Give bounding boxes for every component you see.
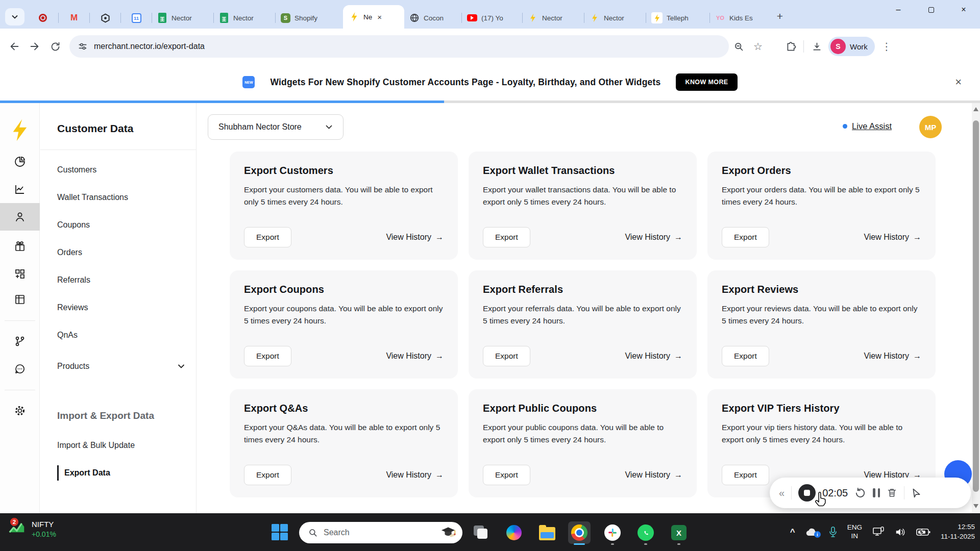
window-maximize-button[interactable] — [915, 0, 947, 19]
tab-tellephant[interactable]: Telleph — [646, 7, 709, 29]
chrome-button[interactable] — [568, 521, 591, 544]
rail-support-item[interactable] — [0, 357, 40, 381]
rail-rewards-item[interactable] — [0, 235, 40, 258]
export-button[interactable]: Export — [483, 346, 530, 366]
live-assist-link[interactable]: Live Assist — [843, 121, 892, 131]
tab-shopify[interactable]: S Shopify — [276, 7, 343, 29]
page-scrollbar[interactable] — [972, 103, 980, 513]
sidebar-item-referrals[interactable]: Referrals — [57, 276, 90, 285]
sidebar-item-coupons[interactable]: Coupons — [57, 220, 90, 230]
network-icon[interactable] — [872, 527, 885, 538]
sidebar-item-customers[interactable]: Customers — [57, 165, 96, 174]
tab-calendar[interactable]: 11 — [121, 7, 152, 29]
bookmark-button[interactable]: ☆ — [748, 37, 768, 56]
taskbar-widget-nifty[interactable]: 2 NIFTY +0.01% — [7, 519, 56, 539]
extensions-button[interactable] — [781, 37, 800, 56]
address-bar[interactable]: merchant.nector.io/export-data — [69, 35, 729, 58]
volume-icon[interactable] — [895, 527, 906, 537]
know-more-button[interactable]: KNOW MORE — [676, 73, 737, 91]
sidebar-item-products[interactable]: Products — [57, 362, 89, 371]
rail-workflows-item[interactable] — [0, 330, 40, 353]
window-minimize-button[interactable]: – — [882, 0, 915, 19]
view-history-link[interactable]: View History→ — [386, 470, 444, 480]
sidebar-item-reviews[interactable]: Reviews — [57, 303, 88, 312]
start-button[interactable] — [272, 524, 288, 540]
export-button[interactable]: Export — [722, 227, 769, 247]
export-button[interactable]: Export — [722, 346, 769, 366]
site-settings-icon[interactable] — [78, 41, 88, 52]
chevron-down-icon[interactable] — [178, 364, 185, 369]
recorder-pause-button[interactable] — [873, 488, 880, 497]
recorder-restart-button[interactable] — [854, 487, 866, 499]
zoom-button[interactable] — [729, 37, 748, 56]
tab-nector-3[interactable]: Nector — [523, 7, 584, 29]
tab-nector-sheet-2[interactable]: Nector — [214, 7, 275, 29]
tab-nector-active[interactable]: Ne × — [343, 5, 404, 29]
export-button[interactable]: Export — [722, 465, 769, 485]
rail-pages-item[interactable] — [0, 288, 40, 311]
view-history-link[interactable]: View History→ — [864, 233, 921, 242]
rail-integrations-item[interactable] — [0, 262, 40, 286]
export-button[interactable]: Export — [483, 465, 530, 485]
slack-button[interactable] — [601, 521, 624, 544]
rail-customers-item[interactable] — [0, 203, 40, 231]
url-text[interactable]: merchant.nector.io/export-data — [94, 42, 205, 51]
reload-button[interactable] — [45, 36, 65, 57]
tab-gmail[interactable]: M — [59, 7, 89, 29]
recorder-delete-button[interactable] — [887, 487, 897, 498]
taskbar-clock[interactable]: 12:55 11-11-2025 — [941, 522, 975, 542]
export-button[interactable]: Export — [244, 227, 291, 247]
browser-profile-chip[interactable]: S Work — [828, 37, 875, 56]
nector-logo[interactable] — [10, 118, 29, 142]
tray-expand-chevron[interactable]: ^ — [790, 527, 795, 537]
export-button[interactable]: Export — [244, 346, 291, 366]
user-avatar[interactable]: MP — [919, 116, 942, 138]
forward-button[interactable] — [24, 36, 45, 57]
sidebar-item-export-data[interactable]: Export Data — [57, 468, 110, 478]
recorder-collapse-button[interactable]: « — [779, 487, 785, 499]
banner-close-icon[interactable]: × — [955, 76, 962, 89]
rail-settings-item[interactable] — [0, 399, 40, 422]
scrollbar-up-arrow[interactable] — [973, 107, 978, 111]
close-tab-icon[interactable]: × — [377, 13, 382, 21]
microphone-icon[interactable] — [829, 527, 837, 538]
tab-chatgpt[interactable] — [90, 7, 120, 29]
tab-coconut[interactable]: Cocon — [404, 7, 461, 29]
tab-nector-sheet-1[interactable]: Nector — [152, 7, 213, 29]
excel-button[interactable]: X — [668, 521, 690, 544]
rail-dashboard-item[interactable] — [0, 150, 40, 173]
export-button[interactable]: Export — [483, 227, 530, 247]
tab-nector-4[interactable]: Nector — [584, 7, 646, 29]
file-explorer-button[interactable] — [536, 521, 558, 544]
tab-recorder[interactable] — [28, 7, 58, 29]
rail-analytics-item[interactable] — [0, 178, 40, 201]
scrollbar-down-arrow[interactable] — [973, 504, 978, 508]
onedrive-icon[interactable]: i — [805, 528, 819, 537]
browser-menu-button[interactable]: ⋮ — [877, 37, 896, 56]
battery-icon[interactable] — [916, 528, 930, 536]
sidebar-item-qnas[interactable]: QnAs — [57, 331, 78, 340]
window-close-button[interactable]: × — [947, 0, 980, 19]
downloads-button[interactable] — [807, 37, 826, 56]
view-history-link[interactable]: View History→ — [386, 352, 444, 361]
tab-kids[interactable]: YO Kids Es — [710, 7, 769, 29]
recorder-cursor-tool-button[interactable] — [911, 488, 922, 498]
copilot-button[interactable] — [503, 521, 525, 544]
taskbar-search[interactable]: Search — [299, 522, 462, 543]
whatsapp-button[interactable] — [634, 521, 657, 544]
view-history-link[interactable]: View History→ — [625, 470, 682, 480]
view-history-link[interactable]: View History→ — [625, 233, 682, 242]
tab-youtube[interactable]: (17) Yo — [462, 7, 522, 29]
scrollbar-thumb[interactable] — [973, 120, 979, 492]
store-selector[interactable]: Shubham Nector Store — [208, 114, 344, 140]
view-history-link[interactable]: View History→ — [625, 352, 682, 361]
sidebar-item-wallet-transactions[interactable]: Wallet Transactions — [57, 193, 128, 202]
tab-search-button[interactable] — [5, 8, 24, 26]
task-view-button[interactable] — [470, 521, 492, 544]
back-button[interactable] — [4, 36, 24, 57]
view-history-link[interactable]: View History→ — [386, 233, 444, 242]
language-indicator[interactable]: ENG IN — [847, 523, 862, 541]
new-tab-button[interactable]: + — [772, 9, 788, 24]
view-history-link[interactable]: View History→ — [864, 352, 921, 361]
export-button[interactable]: Export — [244, 465, 291, 485]
